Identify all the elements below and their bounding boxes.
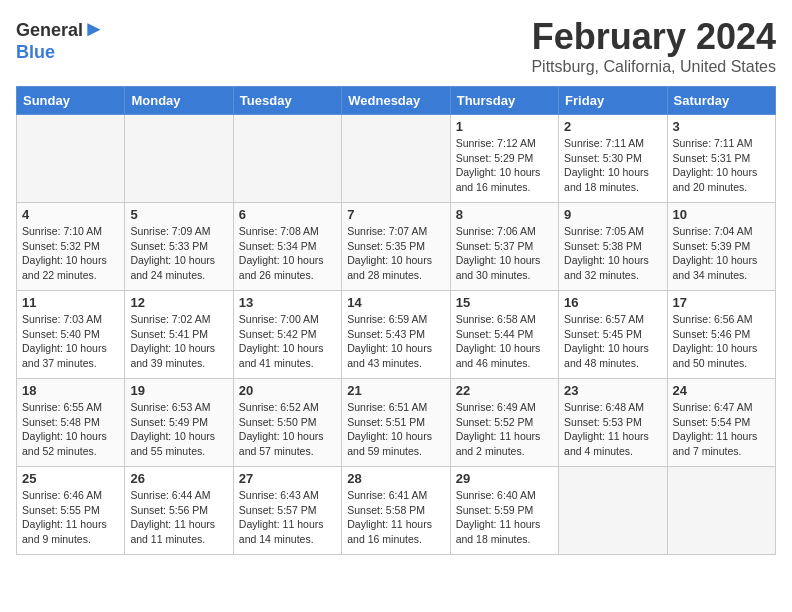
calendar-cell: 9Sunrise: 7:05 AMSunset: 5:38 PMDaylight… xyxy=(559,203,667,291)
calendar-cell: 13Sunrise: 7:00 AMSunset: 5:42 PMDayligh… xyxy=(233,291,341,379)
calendar-cell: 17Sunrise: 6:56 AMSunset: 5:46 PMDayligh… xyxy=(667,291,775,379)
day-number: 20 xyxy=(239,383,336,398)
calendar-cell: 25Sunrise: 6:46 AMSunset: 5:55 PMDayligh… xyxy=(17,467,125,555)
calendar-cell: 23Sunrise: 6:48 AMSunset: 5:53 PMDayligh… xyxy=(559,379,667,467)
day-info: Sunrise: 7:09 AMSunset: 5:33 PMDaylight:… xyxy=(130,224,227,283)
logo-bird-icon: ► xyxy=(83,16,105,41)
calendar-cell: 1Sunrise: 7:12 AMSunset: 5:29 PMDaylight… xyxy=(450,115,558,203)
calendar-header-row: SundayMondayTuesdayWednesdayThursdayFrid… xyxy=(17,87,776,115)
day-number: 26 xyxy=(130,471,227,486)
calendar-header-friday: Friday xyxy=(559,87,667,115)
calendar-table: SundayMondayTuesdayWednesdayThursdayFrid… xyxy=(16,86,776,555)
day-number: 11 xyxy=(22,295,119,310)
day-info: Sunrise: 6:48 AMSunset: 5:53 PMDaylight:… xyxy=(564,400,661,459)
day-info: Sunrise: 6:41 AMSunset: 5:58 PMDaylight:… xyxy=(347,488,444,547)
calendar-cell: 8Sunrise: 7:06 AMSunset: 5:37 PMDaylight… xyxy=(450,203,558,291)
calendar-cell: 7Sunrise: 7:07 AMSunset: 5:35 PMDaylight… xyxy=(342,203,450,291)
day-number: 22 xyxy=(456,383,553,398)
calendar-header-wednesday: Wednesday xyxy=(342,87,450,115)
day-info: Sunrise: 6:49 AMSunset: 5:52 PMDaylight:… xyxy=(456,400,553,459)
calendar-cell: 22Sunrise: 6:49 AMSunset: 5:52 PMDayligh… xyxy=(450,379,558,467)
title-block: February 2024 Pittsburg, California, Uni… xyxy=(531,16,776,76)
calendar-cell: 10Sunrise: 7:04 AMSunset: 5:39 PMDayligh… xyxy=(667,203,775,291)
calendar-cell: 12Sunrise: 7:02 AMSunset: 5:41 PMDayligh… xyxy=(125,291,233,379)
calendar-cell xyxy=(559,467,667,555)
logo-blue: Blue xyxy=(16,42,55,62)
calendar-cell: 3Sunrise: 7:11 AMSunset: 5:31 PMDaylight… xyxy=(667,115,775,203)
day-info: Sunrise: 7:08 AMSunset: 5:34 PMDaylight:… xyxy=(239,224,336,283)
calendar-cell: 28Sunrise: 6:41 AMSunset: 5:58 PMDayligh… xyxy=(342,467,450,555)
calendar-cell: 21Sunrise: 6:51 AMSunset: 5:51 PMDayligh… xyxy=(342,379,450,467)
day-info: Sunrise: 7:11 AMSunset: 5:31 PMDaylight:… xyxy=(673,136,770,195)
calendar-cell: 19Sunrise: 6:53 AMSunset: 5:49 PMDayligh… xyxy=(125,379,233,467)
calendar-cell: 4Sunrise: 7:10 AMSunset: 5:32 PMDaylight… xyxy=(17,203,125,291)
day-number: 9 xyxy=(564,207,661,222)
page-header: General► Blue February 2024 Pittsburg, C… xyxy=(16,16,776,76)
calendar-header-thursday: Thursday xyxy=(450,87,558,115)
calendar-week-5: 25Sunrise: 6:46 AMSunset: 5:55 PMDayligh… xyxy=(17,467,776,555)
day-info: Sunrise: 6:46 AMSunset: 5:55 PMDaylight:… xyxy=(22,488,119,547)
calendar-cell xyxy=(667,467,775,555)
calendar-cell: 6Sunrise: 7:08 AMSunset: 5:34 PMDaylight… xyxy=(233,203,341,291)
month-title: February 2024 xyxy=(531,16,776,58)
day-number: 13 xyxy=(239,295,336,310)
calendar-cell: 5Sunrise: 7:09 AMSunset: 5:33 PMDaylight… xyxy=(125,203,233,291)
day-number: 1 xyxy=(456,119,553,134)
day-info: Sunrise: 6:56 AMSunset: 5:46 PMDaylight:… xyxy=(673,312,770,371)
calendar-cell: 29Sunrise: 6:40 AMSunset: 5:59 PMDayligh… xyxy=(450,467,558,555)
day-number: 15 xyxy=(456,295,553,310)
day-info: Sunrise: 6:40 AMSunset: 5:59 PMDaylight:… xyxy=(456,488,553,547)
day-info: Sunrise: 7:05 AMSunset: 5:38 PMDaylight:… xyxy=(564,224,661,283)
day-info: Sunrise: 7:11 AMSunset: 5:30 PMDaylight:… xyxy=(564,136,661,195)
calendar-week-1: 1Sunrise: 7:12 AMSunset: 5:29 PMDaylight… xyxy=(17,115,776,203)
day-info: Sunrise: 6:59 AMSunset: 5:43 PMDaylight:… xyxy=(347,312,444,371)
day-number: 6 xyxy=(239,207,336,222)
calendar-body: 1Sunrise: 7:12 AMSunset: 5:29 PMDaylight… xyxy=(17,115,776,555)
day-info: Sunrise: 7:07 AMSunset: 5:35 PMDaylight:… xyxy=(347,224,444,283)
calendar-cell: 24Sunrise: 6:47 AMSunset: 5:54 PMDayligh… xyxy=(667,379,775,467)
day-info: Sunrise: 7:03 AMSunset: 5:40 PMDaylight:… xyxy=(22,312,119,371)
logo-general: General xyxy=(16,20,83,40)
calendar-cell: 2Sunrise: 7:11 AMSunset: 5:30 PMDaylight… xyxy=(559,115,667,203)
day-number: 27 xyxy=(239,471,336,486)
calendar-cell: 11Sunrise: 7:03 AMSunset: 5:40 PMDayligh… xyxy=(17,291,125,379)
day-number: 2 xyxy=(564,119,661,134)
calendar-header-monday: Monday xyxy=(125,87,233,115)
day-number: 28 xyxy=(347,471,444,486)
day-number: 19 xyxy=(130,383,227,398)
day-info: Sunrise: 7:10 AMSunset: 5:32 PMDaylight:… xyxy=(22,224,119,283)
calendar-cell: 26Sunrise: 6:44 AMSunset: 5:56 PMDayligh… xyxy=(125,467,233,555)
day-info: Sunrise: 7:04 AMSunset: 5:39 PMDaylight:… xyxy=(673,224,770,283)
calendar-cell xyxy=(342,115,450,203)
calendar-cell xyxy=(233,115,341,203)
day-number: 17 xyxy=(673,295,770,310)
location-title: Pittsburg, California, United States xyxy=(531,58,776,76)
day-number: 29 xyxy=(456,471,553,486)
logo: General► Blue xyxy=(16,16,105,63)
day-number: 23 xyxy=(564,383,661,398)
calendar-header-saturday: Saturday xyxy=(667,87,775,115)
day-info: Sunrise: 7:00 AMSunset: 5:42 PMDaylight:… xyxy=(239,312,336,371)
calendar-cell: 20Sunrise: 6:52 AMSunset: 5:50 PMDayligh… xyxy=(233,379,341,467)
day-number: 25 xyxy=(22,471,119,486)
calendar-cell xyxy=(17,115,125,203)
day-info: Sunrise: 6:55 AMSunset: 5:48 PMDaylight:… xyxy=(22,400,119,459)
day-info: Sunrise: 6:57 AMSunset: 5:45 PMDaylight:… xyxy=(564,312,661,371)
day-number: 18 xyxy=(22,383,119,398)
day-number: 3 xyxy=(673,119,770,134)
calendar-cell: 14Sunrise: 6:59 AMSunset: 5:43 PMDayligh… xyxy=(342,291,450,379)
calendar-week-2: 4Sunrise: 7:10 AMSunset: 5:32 PMDaylight… xyxy=(17,203,776,291)
day-number: 8 xyxy=(456,207,553,222)
calendar-week-3: 11Sunrise: 7:03 AMSunset: 5:40 PMDayligh… xyxy=(17,291,776,379)
day-number: 21 xyxy=(347,383,444,398)
day-info: Sunrise: 7:02 AMSunset: 5:41 PMDaylight:… xyxy=(130,312,227,371)
calendar-header-sunday: Sunday xyxy=(17,87,125,115)
day-info: Sunrise: 7:12 AMSunset: 5:29 PMDaylight:… xyxy=(456,136,553,195)
day-info: Sunrise: 6:51 AMSunset: 5:51 PMDaylight:… xyxy=(347,400,444,459)
day-number: 10 xyxy=(673,207,770,222)
day-info: Sunrise: 6:44 AMSunset: 5:56 PMDaylight:… xyxy=(130,488,227,547)
day-info: Sunrise: 7:06 AMSunset: 5:37 PMDaylight:… xyxy=(456,224,553,283)
day-number: 24 xyxy=(673,383,770,398)
day-number: 5 xyxy=(130,207,227,222)
day-number: 12 xyxy=(130,295,227,310)
